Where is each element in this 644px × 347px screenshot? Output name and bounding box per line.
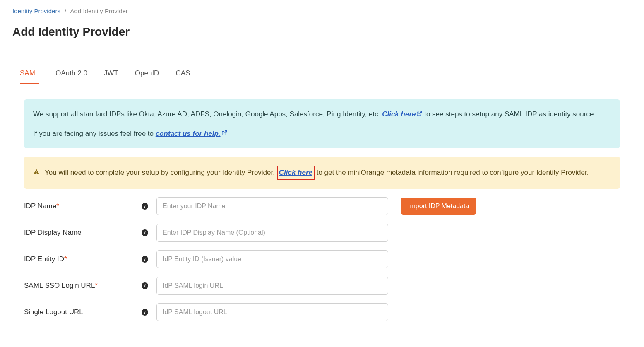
info-alert: We support all standard IDPs like Okta, … [24,99,620,148]
breadcrumb-current: Add Identity Provider [70,7,128,14]
info-icon[interactable]: i [142,256,148,263]
idp-display-name-input[interactable] [156,224,388,242]
idp-name-input[interactable] [156,197,388,215]
tab-oauth2[interactable]: OAuth 2.0 [55,63,87,84]
label-idp-name: IDP Name* i [24,202,156,210]
info-icon[interactable]: i [142,229,148,236]
row-saml-sso-login-url: SAML SSO Login URL* i [24,277,620,295]
svg-line-0 [419,111,421,114]
tab-cas[interactable]: CAS [175,63,190,84]
row-idp-entity-id: IDP Entity ID* i [24,250,620,268]
info-icon[interactable]: i [142,282,148,289]
info-icon[interactable]: i [142,309,148,316]
import-idp-metadata-button[interactable]: Import IDP Metadata [401,198,476,215]
external-link-icon [221,128,227,139]
info-icon[interactable]: i [142,203,148,210]
warning-text-1: You will need to complete your setup by … [45,169,277,176]
page-title: Add Identity Provider [12,25,632,39]
warning-icon [33,167,40,178]
warning-link-metadata[interactable]: Click here [279,169,312,176]
tab-jwt[interactable]: JWT [104,63,118,84]
row-single-logout-url: Single Logout URL i [24,303,620,321]
saml-sso-login-url-input[interactable] [156,277,388,295]
breadcrumb-separator: / [65,7,66,14]
info-link-setup-steps[interactable]: Click here [382,110,422,118]
single-logout-url-input[interactable] [156,303,388,321]
warning-alert: You will need to complete your setup by … [24,157,620,188]
title-divider [12,51,632,51]
warning-text-2: to get the miniOrange metadata informati… [315,169,589,176]
info-text-1: We support all standard IDPs like Okta, … [33,110,382,118]
idp-entity-id-input[interactable] [156,250,388,268]
label-saml-sso-login-url: SAML SSO Login URL* i [24,282,156,290]
label-idp-display-name: IDP Display Name i [24,229,156,237]
external-link-icon [416,108,422,120]
tab-saml[interactable]: SAML [20,63,39,84]
tab-openid[interactable]: OpenID [135,63,159,84]
row-idp-display-name: IDP Display Name i [24,224,620,242]
info-text-2: to see steps to setup any SAML IDP as id… [424,110,596,118]
tabs-bar: SAML OAuth 2.0 JWT OpenID CAS [12,63,632,84]
breadcrumb-parent-link[interactable]: Identity Providers [12,7,60,14]
row-idp-name: IDP Name* i Import IDP Metadata [24,197,620,215]
breadcrumb: Identity Providers / Add Identity Provid… [12,0,632,18]
info-link-contact[interactable]: contact us for help. [156,130,227,137]
highlighted-link-box: Click here [277,166,315,179]
info-text-3: If you are facing any issues feel free t… [33,130,156,137]
label-single-logout-url: Single Logout URL i [24,308,156,316]
content-area: We support all standard IDPs like Okta, … [12,84,632,321]
label-idp-entity-id: IDP Entity ID* i [24,255,156,263]
svg-line-1 [223,131,226,133]
